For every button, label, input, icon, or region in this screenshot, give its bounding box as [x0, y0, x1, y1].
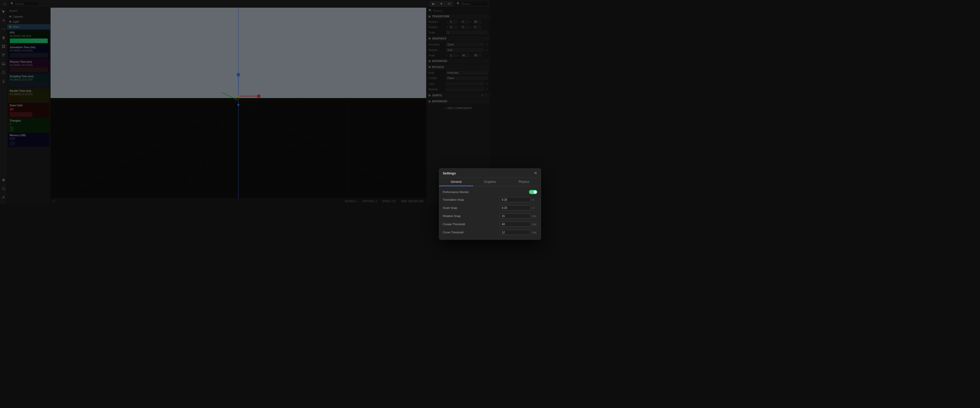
modal-title: Settings	[443, 171, 456, 175]
tab-graphics[interactable]: Graphics	[473, 178, 490, 186]
setting-performance-monitor: Performance Monitor	[443, 190, 490, 194]
tab-general[interactable]: General	[439, 178, 473, 186]
modal-tabs: General Graphics Physics	[439, 178, 490, 186]
modal-header: Settings ✕	[439, 168, 490, 178]
setting-translation-snap: Translation Snap m	[443, 197, 490, 202]
modal-body: Performance Monitor Translation Snap m S…	[439, 186, 490, 204]
trans-snap-label: Translation Snap	[443, 198, 490, 201]
settings-modal: Settings ✕ General Graphics Physics Perf…	[439, 168, 490, 204]
perf-monitor-label: Performance Monitor	[443, 191, 490, 194]
modal-overlay[interactable]: Settings ✕ General Graphics Physics Perf…	[0, 0, 490, 204]
